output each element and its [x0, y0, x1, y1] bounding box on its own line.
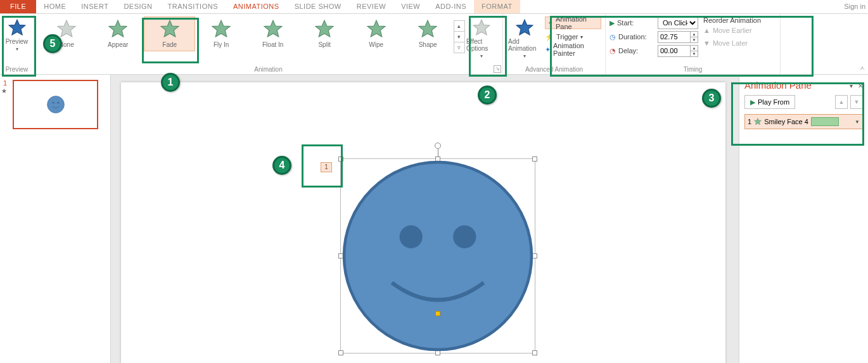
add-animation-button[interactable]: Add Animation ▾ — [507, 16, 542, 65]
anim-label: Fly In — [214, 41, 229, 48]
anim-split[interactable]: Split — [298, 16, 350, 51]
slide[interactable]: 1 — [121, 82, 725, 363]
svg-point-0 — [47, 96, 64, 113]
dropdown-icon: ▾ — [523, 53, 526, 59]
animation-gallery: None Appear Fade Fly In Float In Split — [38, 16, 499, 61]
trigger-button[interactable]: ⚡ Trigger ▾ — [545, 30, 601, 43]
pane-move-up[interactable]: ▲ — [835, 95, 848, 109]
delay-up[interactable]: ▲ — [690, 46, 698, 51]
pane-icon: ✦ — [547, 19, 553, 27]
dropdown-icon: ▾ — [580, 34, 583, 40]
animation-pane-button[interactable]: ✦ Animation Pane — [545, 16, 601, 29]
preview-label: Preview — [6, 38, 29, 45]
anim-label: Split — [318, 41, 330, 48]
slide-thumbnail-1[interactable] — [13, 80, 98, 129]
play-from-label: Play From — [758, 98, 789, 106]
play-from-button[interactable]: ▶ Play From — [744, 95, 795, 109]
move-earlier-label: Move Earlier — [713, 27, 752, 34]
anim-shape[interactable]: Shape — [402, 16, 453, 51]
tab-design[interactable]: DESIGN — [116, 0, 160, 13]
group-title-advanced: Advanced Animation — [503, 66, 605, 73]
duration-up[interactable]: ▲ — [690, 32, 698, 37]
callout-badge-4: 4 — [272, 156, 291, 175]
group-title-timing: Timing — [606, 66, 780, 73]
gallery-scroll: ▴ ▾ ▿ — [454, 20, 465, 53]
duration-label: Duration: — [618, 33, 655, 41]
ribbon: Preview ▾ Preview None Appear Fade Fly I… — [0, 14, 868, 75]
callout-badge-2: 2 — [478, 86, 497, 105]
effect-options-label: Effect Options — [466, 38, 497, 52]
anim-flyin[interactable]: Fly In — [195, 16, 246, 51]
group-title-preview: Preview — [0, 66, 34, 73]
clock-icon: ◷ — [610, 33, 616, 41]
thumbnail-animation-icon: ★ — [1, 87, 7, 94]
svg-point-2 — [57, 102, 59, 104]
tab-review[interactable]: REVIEW — [349, 0, 393, 13]
group-timing: ▶ Start: On Click ◷ Duration: ▲▼ ◔ Delay… — [606, 14, 781, 74]
duration-down[interactable]: ▼ — [690, 37, 698, 42]
tab-insert[interactable]: INSERT — [73, 0, 116, 13]
trigger-icon: ⚡ — [545, 33, 554, 41]
anim-appear[interactable]: Appear — [92, 16, 143, 51]
tab-transitions[interactable]: TRANSITIONS — [160, 0, 226, 13]
animation-pane: Animation Pane ▾ ✕ ▶ Play From ▲ ▼ 1 Smi… — [739, 75, 868, 363]
tab-file[interactable]: FILE — [0, 0, 36, 13]
delay-down[interactable]: ▼ — [690, 51, 698, 56]
pane-item-dropdown-icon[interactable]: ▼ — [855, 119, 860, 125]
animation-painter-button[interactable]: ✦ Animation Painter — [545, 43, 601, 56]
selected-shape-bounds[interactable] — [340, 158, 535, 353]
move-earlier-button[interactable]: ▲ Move Earlier — [703, 24, 776, 37]
svg-point-3 — [344, 162, 532, 350]
anim-label: Appear — [108, 41, 128, 48]
pane-item-name: Smiley Face 4 — [764, 118, 808, 125]
rotation-handle[interactable] — [435, 143, 441, 149]
pane-item-star-icon — [754, 118, 762, 125]
tab-slideshow[interactable]: SLIDE SHOW — [287, 0, 349, 13]
callout-badge-5: 5 — [43, 34, 62, 53]
pane-item-timeline-bar[interactable] — [811, 117, 839, 126]
gallery-more[interactable]: ▿ — [454, 42, 465, 53]
thumbnail-smiley-icon — [47, 96, 65, 113]
move-later-button[interactable]: ▼ Move Later — [703, 37, 776, 49]
up-arrow-icon: ▲ — [703, 27, 710, 34]
effect-options-button[interactable]: Effect Options ▾ — [465, 16, 499, 61]
pane-move-down[interactable]: ▼ — [850, 95, 863, 109]
tab-format[interactable]: FORMAT — [474, 0, 520, 13]
start-select[interactable]: On Click — [658, 17, 698, 29]
adjustment-handle[interactable] — [435, 311, 440, 316]
pane-item-index: 1 — [748, 118, 751, 125]
dropdown-icon: ▾ — [480, 53, 483, 59]
pane-menu-icon[interactable]: ▾ — [850, 82, 853, 89]
rotation-line — [438, 149, 438, 156]
gallery-scroll-up[interactable]: ▴ — [454, 20, 465, 32]
move-later-label: Move Later — [713, 39, 748, 47]
anim-wipe[interactable]: Wipe — [350, 16, 402, 51]
tab-view[interactable]: VIEW — [393, 0, 428, 13]
animation-pane-item-1[interactable]: 1 Smiley Face 4 ▼ — [744, 114, 863, 129]
painter-label: Animation Painter — [553, 42, 601, 57]
tab-animations[interactable]: ANIMATIONS — [226, 0, 287, 13]
group-title-animation: Animation — [34, 66, 502, 73]
anim-label: Fade — [162, 41, 177, 48]
tab-addins[interactable]: ADD-INS — [428, 0, 474, 13]
animation-dialog-launcher[interactable]: ↘ — [494, 65, 501, 73]
slide-canvas-area: 1 — [111, 75, 739, 363]
anim-fade[interactable]: Fade — [144, 16, 195, 51]
thumbnail-panel: 1 ★ — [0, 75, 111, 363]
reorder-header: Reorder Animation — [703, 16, 776, 24]
preview-button[interactable]: Preview ▾ — [4, 16, 30, 54]
gallery-scroll-down[interactable]: ▾ — [454, 31, 465, 42]
anim-label: Shape — [419, 41, 437, 48]
animation-order-tag[interactable]: 1 — [321, 162, 332, 172]
ribbon-tabs: FILE HOME INSERT DESIGN TRANSITIONS ANIM… — [0, 0, 868, 14]
smiley-face-shape[interactable] — [342, 160, 533, 352]
ribbon-collapse-button[interactable]: ㅅ — [859, 64, 865, 73]
group-animation: None Appear Fade Fly In Float In Split — [34, 14, 503, 74]
anim-floatin[interactable]: Float In — [247, 16, 298, 51]
dropdown-icon: ▾ — [16, 46, 18, 52]
sign-in-link[interactable]: Sign in — [844, 3, 865, 10]
pane-close-icon[interactable]: ✕ — [858, 82, 863, 89]
animation-pane-title: Animation Pane — [744, 80, 812, 91]
tab-home[interactable]: HOME — [36, 0, 73, 13]
body: 1 ★ 1 — [0, 75, 868, 363]
